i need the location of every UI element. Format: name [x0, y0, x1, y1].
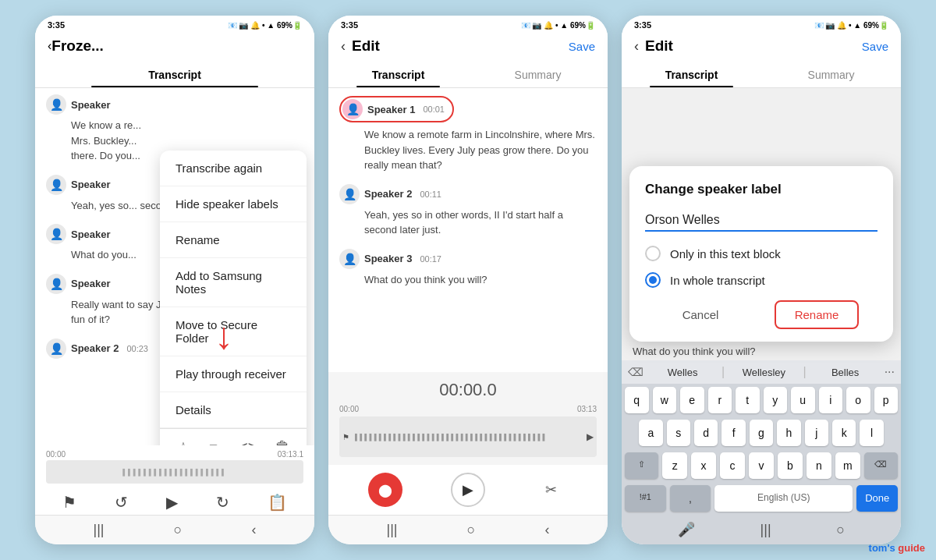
- cancel-button[interactable]: Cancel: [664, 300, 738, 329]
- phone1-controls: ⚑ ↺ ▶ ↻ 📋: [35, 487, 314, 515]
- tab-summary-3[interactable]: Summary: [761, 61, 901, 87]
- key-a[interactable]: a: [639, 420, 662, 446]
- menu-play-receiver[interactable]: Play through receiver: [160, 356, 307, 392]
- nav-menu-icon-3[interactable]: |||: [760, 522, 771, 538]
- menu-move-secure[interactable]: Move to Secure Folder: [160, 307, 307, 356]
- key-o[interactable]: o: [846, 387, 870, 413]
- delete-word-icon[interactable]: ⌫: [628, 366, 644, 378]
- menu-transcribe-again[interactable]: Transcribe again: [160, 151, 307, 186]
- forward-icon-1[interactable]: ↻: [216, 493, 229, 512]
- scissors-button-2[interactable]: ✂: [534, 473, 568, 507]
- change-speaker-dialog: Change speaker label Only in this text b…: [629, 166, 893, 342]
- menu-add-samsung[interactable]: Add to Samsung Notes: [160, 258, 307, 307]
- nav-menu-icon-2[interactable]: |||: [387, 522, 398, 538]
- transcript-icon-1[interactable]: 📋: [268, 493, 287, 512]
- radio-option-2[interactable]: In whole transcript: [645, 272, 878, 288]
- shift-key[interactable]: ⇧: [625, 452, 658, 479]
- speaker-name-1: Speaker: [71, 99, 111, 111]
- speaker-time-2-3: 00:17: [420, 254, 441, 264]
- key-c[interactable]: c: [720, 452, 745, 479]
- phone1-content: 👤 Speaker We know a re...Mrs. Buckley...…: [35, 88, 314, 445]
- edit-icon[interactable]: ✏: [208, 438, 222, 445]
- highlighted-speaker-row: 👤 Speaker 1 00:01: [339, 96, 454, 122]
- menu-footer: ☆ ✏ <> 🗑: [160, 428, 307, 445]
- suggestion-3[interactable]: Belles: [813, 367, 878, 378]
- speaker-avatar-5: 👤: [46, 338, 66, 359]
- menu-hide-labels[interactable]: Hide speaker labels: [160, 186, 307, 222]
- nav-back-icon-1[interactable]: ‹: [251, 522, 256, 538]
- radio-option-1[interactable]: Only in this text block: [645, 246, 878, 261]
- status-time-1: 3:35: [48, 20, 65, 30]
- key-u[interactable]: u: [791, 387, 815, 413]
- key-s[interactable]: s: [667, 420, 690, 446]
- key-f[interactable]: f: [722, 420, 745, 446]
- tab-transcript-2[interactable]: Transcript: [328, 61, 468, 87]
- save-button-2[interactable]: Save: [569, 40, 595, 53]
- back-icon-2[interactable]: ‹: [341, 38, 346, 55]
- time-progress-2: 00:00 03:13: [339, 405, 597, 413]
- suggestion-1[interactable]: Welles: [650, 367, 715, 378]
- more-suggestions-icon[interactable]: ···: [885, 365, 895, 379]
- bottom-nav-1: ||| ○ ‹: [35, 515, 314, 544]
- play-button-2[interactable]: ▶: [451, 473, 485, 507]
- radio-circle-2: [645, 272, 661, 288]
- done-key[interactable]: Done: [856, 485, 898, 512]
- nav-back-icon-2[interactable]: ‹: [544, 522, 549, 538]
- tab-transcript-3[interactable]: Transcript: [622, 61, 761, 87]
- key-d[interactable]: d: [694, 420, 718, 446]
- menu-rename[interactable]: Rename: [160, 222, 307, 258]
- symbols-key[interactable]: !#1: [625, 485, 666, 512]
- record-button-2[interactable]: ⬤: [368, 473, 402, 507]
- star-icon[interactable]: ☆: [176, 438, 190, 445]
- key-m[interactable]: m: [835, 452, 860, 479]
- speaker-avatar-2-2: 👤: [339, 184, 360, 204]
- nav-home-icon-1[interactable]: ○: [174, 522, 183, 538]
- tab-transcript-1[interactable]: Transcript: [35, 61, 314, 87]
- nav-menu-icon-1[interactable]: |||: [94, 522, 105, 538]
- key-r[interactable]: r: [708, 387, 732, 413]
- tab-summary-2[interactable]: Summary: [468, 61, 608, 87]
- nav-home-icon-3[interactable]: ○: [836, 522, 845, 538]
- key-g[interactable]: g: [750, 420, 773, 446]
- progress-end-1: 03:13.1: [278, 450, 303, 459]
- status-time-2: 3:35: [341, 20, 358, 30]
- dialog-title: Change speaker label: [645, 182, 878, 197]
- kb-row-1: q w e r t y u i o p: [622, 384, 901, 416]
- key-v[interactable]: v: [749, 452, 774, 479]
- key-q[interactable]: q: [625, 387, 649, 413]
- speaker-name-input[interactable]: [645, 210, 878, 232]
- back-icon-3[interactable]: ‹: [634, 38, 639, 55]
- nav-home-icon-2[interactable]: ○: [467, 522, 476, 538]
- key-k[interactable]: k: [832, 420, 856, 446]
- dialog-buttons: Cancel Rename: [645, 300, 878, 329]
- key-i[interactable]: i: [819, 387, 843, 413]
- controls-2: ⬤ ▶ ✂: [328, 465, 608, 515]
- rewind-icon-1[interactable]: ↺: [115, 493, 128, 512]
- backspace-key[interactable]: ⌫: [864, 452, 898, 479]
- key-p[interactable]: p: [874, 387, 899, 413]
- comma-key[interactable]: ,: [670, 485, 711, 512]
- key-x[interactable]: x: [691, 452, 716, 479]
- space-key[interactable]: English (US): [714, 485, 853, 512]
- suggestion-2[interactable]: Wellesley: [731, 367, 796, 378]
- key-t[interactable]: t: [736, 387, 760, 413]
- key-h[interactable]: h: [777, 420, 800, 446]
- bookmark-icon-1[interactable]: ⚑: [62, 493, 76, 512]
- key-n[interactable]: n: [807, 452, 831, 479]
- mic-icon-3[interactable]: 🎤: [678, 521, 695, 538]
- key-l[interactable]: l: [860, 420, 883, 446]
- keyboard: q w e r t y u i o p a s d f g h j k: [622, 384, 901, 515]
- key-b[interactable]: b: [778, 452, 803, 479]
- share-icon[interactable]: <>: [239, 438, 257, 445]
- key-w[interactable]: w: [653, 387, 677, 413]
- rename-button[interactable]: Rename: [775, 300, 860, 329]
- key-e[interactable]: e: [680, 387, 704, 413]
- key-y[interactable]: y: [764, 387, 788, 413]
- phone3-title: Edit: [645, 37, 862, 55]
- play-icon-1[interactable]: ▶: [166, 493, 178, 512]
- key-z[interactable]: z: [662, 452, 687, 479]
- delete-icon[interactable]: 🗑: [275, 438, 290, 445]
- menu-details[interactable]: Details: [160, 392, 307, 428]
- save-button-3[interactable]: Save: [862, 40, 888, 53]
- key-j[interactable]: j: [805, 420, 828, 446]
